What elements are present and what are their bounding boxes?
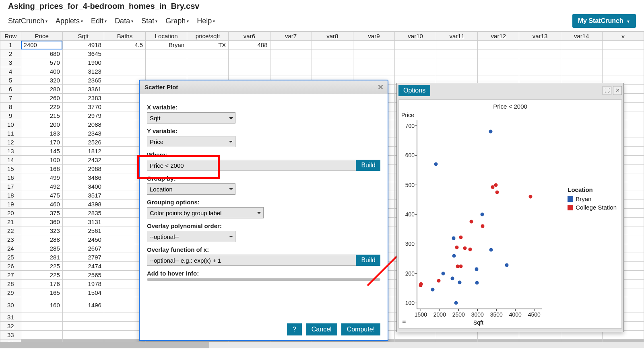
cell[interactable]: 3770 (62, 103, 104, 111)
cell[interactable] (519, 67, 561, 76)
cell[interactable] (187, 49, 229, 58)
where-input[interactable] (147, 160, 356, 171)
row-number[interactable]: 3 (0, 58, 21, 67)
cell[interactable]: Bryan (146, 41, 187, 49)
cell[interactable]: 2474 (62, 262, 104, 271)
cell[interactable] (436, 41, 478, 49)
data-point[interactable] (452, 254, 456, 257)
row-number[interactable]: 5 (0, 76, 21, 85)
cell[interactable] (353, 67, 394, 76)
cell[interactable] (146, 58, 187, 67)
data-point[interactable] (489, 130, 493, 134)
col-header[interactable]: var11 (436, 32, 478, 41)
row-number[interactable]: 13 (0, 147, 21, 156)
cell[interactable]: 3123 (62, 67, 104, 76)
data-point[interactable] (505, 263, 508, 267)
cell[interactable] (270, 67, 312, 76)
row-number[interactable]: 8 (0, 103, 21, 111)
data-point[interactable] (495, 190, 499, 194)
row-number[interactable]: 26 (0, 262, 21, 271)
cell[interactable] (312, 49, 353, 58)
data-point[interactable] (475, 267, 479, 271)
data-point[interactable] (452, 236, 455, 240)
col-header[interactable]: var8 (312, 32, 353, 41)
cell[interactable]: 3517 (62, 191, 104, 200)
cell[interactable]: 375 (21, 209, 62, 218)
cell[interactable] (187, 58, 229, 67)
cell[interactable] (561, 58, 602, 67)
cell[interactable]: 1978 (62, 280, 104, 288)
data-point[interactable] (454, 301, 458, 305)
row-number[interactable]: 18 (0, 191, 21, 200)
cell[interactable]: 1812 (62, 147, 104, 156)
cell[interactable] (394, 58, 436, 67)
cell[interactable] (436, 67, 478, 76)
cell[interactable] (353, 49, 394, 58)
col-header[interactable]: v (602, 32, 644, 41)
group-by-select[interactable]: Location (147, 183, 235, 195)
row-number[interactable]: 22 (0, 226, 21, 235)
menu-data[interactable]: Data ▾ (115, 17, 133, 25)
cell[interactable] (394, 41, 436, 49)
cell[interactable]: 1504 (62, 288, 104, 297)
cell[interactable] (394, 67, 436, 76)
cell[interactable]: 281 (21, 253, 62, 262)
row-number[interactable]: 31 (0, 313, 21, 322)
cell[interactable] (561, 41, 602, 49)
cell[interactable]: 360 (21, 218, 62, 226)
cell[interactable] (602, 41, 644, 49)
cell[interactable] (62, 331, 104, 339)
cell[interactable] (146, 49, 187, 58)
cell[interactable]: 320 (21, 76, 62, 85)
cancel-button[interactable]: Cancel (306, 323, 337, 335)
row-number[interactable]: 14 (0, 156, 21, 165)
cell[interactable] (104, 67, 145, 76)
row-number[interactable]: 15 (0, 165, 21, 173)
data-point[interactable] (491, 185, 494, 189)
cell[interactable]: 200 (21, 120, 62, 129)
row-number[interactable]: 20 (0, 209, 21, 218)
row-number[interactable]: 19 (0, 200, 21, 209)
h-scrollbar[interactable] (0, 342, 644, 348)
col-header[interactable]: Price (21, 32, 62, 41)
cell[interactable]: 4398 (62, 200, 104, 209)
cell[interactable]: 165 (21, 288, 62, 297)
cell[interactable] (478, 41, 519, 49)
menu-edit[interactable]: Edit ▾ (91, 17, 107, 25)
row-number[interactable]: 27 (0, 271, 21, 280)
col-header[interactable]: Location (146, 32, 187, 41)
cell[interactable] (312, 67, 353, 76)
close-icon[interactable]: ✕ (613, 86, 622, 95)
cell[interactable] (21, 313, 62, 322)
where-build-button[interactable]: Build (356, 160, 380, 171)
data-point[interactable] (458, 280, 461, 284)
cell[interactable] (519, 49, 561, 58)
cell[interactable] (229, 49, 270, 58)
cell[interactable] (187, 67, 229, 76)
cell[interactable] (104, 49, 145, 58)
cell[interactable]: 280 (21, 85, 62, 94)
data-point[interactable] (494, 183, 498, 187)
cell[interactable] (394, 49, 436, 58)
cell[interactable]: 3645 (62, 49, 104, 58)
data-point[interactable] (441, 272, 445, 275)
data-point[interactable] (463, 247, 467, 250)
cell[interactable]: 3361 (62, 85, 104, 94)
row-number[interactable]: 17 (0, 182, 21, 191)
cell[interactable] (436, 49, 478, 58)
cell[interactable] (229, 67, 270, 76)
row-number[interactable]: 29 (0, 288, 21, 297)
col-header[interactable]: var9 (353, 32, 394, 41)
cell[interactable]: 460 (21, 200, 62, 209)
col-header[interactable]: Baths (104, 32, 145, 41)
cell[interactable]: 2797 (62, 253, 104, 262)
cell[interactable]: 215 (21, 111, 62, 120)
cell[interactable]: 488 (229, 41, 270, 49)
cell[interactable] (561, 49, 602, 58)
cell[interactable]: 1900 (62, 58, 104, 67)
cell[interactable]: 2450 (62, 235, 104, 244)
cell[interactable] (561, 67, 602, 76)
cell[interactable]: 2988 (62, 165, 104, 173)
cell[interactable]: 4.5 (104, 41, 145, 49)
cell[interactable]: 260 (21, 94, 62, 103)
